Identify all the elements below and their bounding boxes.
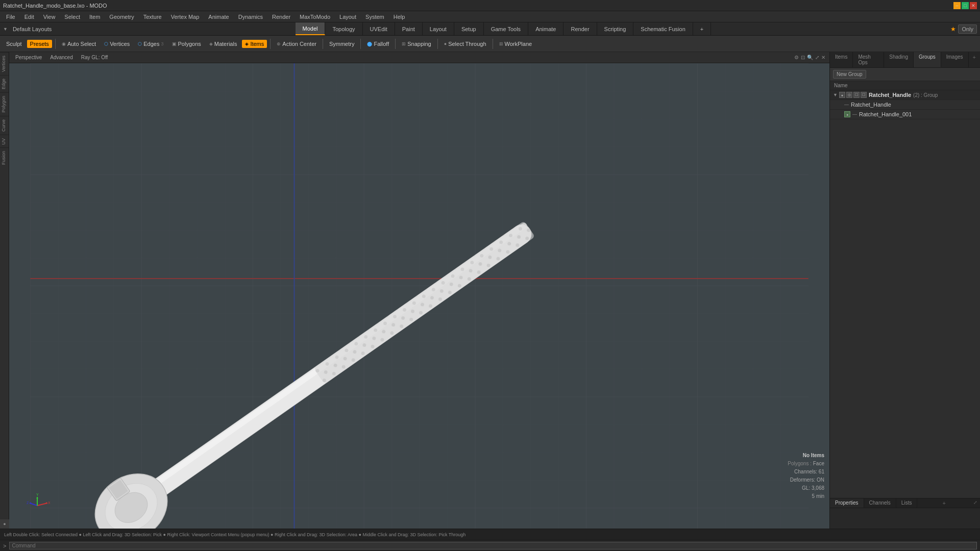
left-tab-fusion[interactable]: Fusion <box>0 147 9 168</box>
rtab-groups[interactable]: Groups <box>914 52 941 67</box>
tab-uvedit[interactable]: UVEdit <box>363 22 395 35</box>
vis-icon-4[interactable]: ☐ <box>861 92 867 98</box>
left-tab-uv[interactable]: UV <box>0 135 9 148</box>
snapping-button[interactable]: ⊞ Snapping <box>399 40 434 48</box>
menu-vertex-map[interactable]: Vertex Map <box>167 13 204 21</box>
minimize-button[interactable]: – <box>953 2 961 9</box>
rtab-mesh-ops[interactable]: Mesh Ops <box>853 52 884 67</box>
tab-topology[interactable]: Topology <box>325 22 362 35</box>
tree-item-group[interactable]: ▼ ● ◎ ☐ ☐ Ratchet_Handle (2) : Group <box>830 90 980 100</box>
left-tab-curve[interactable]: Curve <box>0 116 9 135</box>
btab-add-button[interactable]: + <box>938 498 949 508</box>
vis-icon-1[interactable]: ● <box>839 92 845 98</box>
viewport-close-icon[interactable]: ✕ <box>821 55 825 60</box>
command-bar: > <box>0 540 980 551</box>
tab-scripting[interactable]: Scripting <box>597 22 634 35</box>
tab-render[interactable]: Render <box>564 22 597 35</box>
menu-maxtomodo[interactable]: MaxToModo <box>296 13 334 21</box>
menu-geometry[interactable]: Geometry <box>105 13 138 21</box>
viewport-3d[interactable]: No Items Polygons : Face Channels: 61 De… <box>9 63 829 529</box>
sculpt-toolbar: Sculpt Presets ◉ Auto Select ⬡ Vertices … <box>0 36 980 52</box>
falloff-button[interactable]: ⬤ Falloff <box>364 40 392 48</box>
menu-item[interactable]: Item <box>85 13 104 21</box>
left-tab-polygon[interactable]: Polygon <box>0 92 9 116</box>
left-tab-vertices[interactable]: Vertices <box>0 52 9 75</box>
presets-button[interactable]: Presets <box>27 40 52 48</box>
polygons-label: Polygons <box>178 41 201 47</box>
auto-select-button[interactable]: ◉ Auto Select <box>59 40 99 48</box>
tab-paint[interactable]: Paint <box>395 22 423 35</box>
polygons-stat: Polygons : Face <box>788 460 824 468</box>
child-vis-icon[interactable]: ● <box>844 111 850 117</box>
tab-layout[interactable]: Layout <box>423 22 454 35</box>
polygons-button[interactable]: ▣ Polygons <box>169 40 204 48</box>
materials-button[interactable]: ◈ Materials <box>206 40 240 48</box>
new-group-button[interactable]: New Group <box>833 70 866 79</box>
toolbar-separator-3 <box>323 39 323 49</box>
viewport-perspective-btn[interactable]: Perspective <box>13 54 44 61</box>
viewport-advanced-btn[interactable]: Advanced <box>48 54 75 61</box>
tabs-right-controls: ★ Only <box>947 22 980 35</box>
tree-item-ratchet-handle[interactable]: — Ratchet_Handle <box>830 100 980 110</box>
tab-model[interactable]: Model <box>296 22 326 35</box>
tab-animate[interactable]: Animate <box>528 22 564 35</box>
menu-file[interactable]: File <box>2 13 19 21</box>
close-button[interactable]: ✕ <box>970 2 977 9</box>
only-button[interactable]: Only <box>958 24 977 34</box>
rtab-images[interactable]: Images <box>941 52 969 67</box>
menu-animate[interactable]: Animate <box>204 13 233 21</box>
symmetry-button[interactable]: Symmetry <box>326 40 358 48</box>
left-tab-edge[interactable]: Edge <box>0 75 9 92</box>
viewport[interactable]: Perspective Advanced Ray GL: Off ⚙ ⊡ 🔍 ⤢… <box>9 52 829 529</box>
viewport-settings-icon[interactable]: ⚙ <box>794 55 799 60</box>
menu-help[interactable]: Help <box>389 13 409 21</box>
edges-button[interactable]: ⬡ Edges 3 <box>135 40 166 48</box>
favorite-star-icon[interactable]: ★ <box>950 26 956 33</box>
maximize-button[interactable]: □ <box>962 2 969 9</box>
toolbar-separator-1 <box>55 39 56 49</box>
sculpt-button[interactable]: Sculpt <box>3 40 25 48</box>
btab-lists[interactable]: Lists <box>896 498 918 508</box>
items-button[interactable]: ◈ Items <box>242 40 267 48</box>
rtab-shading[interactable]: Shading <box>884 52 914 67</box>
app-title: Ratchet_Handle_modo_base.lxo - MODO <box>3 3 107 9</box>
tab-game-tools[interactable]: Game Tools <box>484 22 529 35</box>
child-label-2: Ratchet_Handle_001 <box>859 111 912 117</box>
menu-texture[interactable]: Texture <box>139 13 166 21</box>
tree-item-ratchet-handle-001[interactable]: ● — Ratchet_Handle_001 <box>830 110 980 119</box>
vis-icon-3[interactable]: ☐ <box>853 92 860 98</box>
child-arrow-icon-2: — <box>852 112 857 117</box>
viewport-ray-gl-btn[interactable]: Ray GL: Off <box>79 54 110 61</box>
menu-view[interactable]: View <box>39 13 60 21</box>
vis-icon-2[interactable]: ◎ <box>846 92 852 98</box>
btab-properties[interactable]: Properties <box>830 498 864 508</box>
menu-dynamics[interactable]: Dynamics <box>234 13 267 21</box>
viewport-fit-icon[interactable]: ⊡ <box>801 55 805 60</box>
viewport-expand-icon[interactable]: ⤢ <box>815 55 819 60</box>
rtab-add-button[interactable]: + <box>969 52 980 67</box>
gl-stat: GL: 3,068 <box>788 484 824 492</box>
child-arrow-icon-1: — <box>844 102 849 107</box>
layout-label[interactable]: Default Layouts <box>9 25 56 33</box>
menu-select[interactable]: Select <box>60 13 84 21</box>
menu-render[interactable]: Render <box>268 13 295 21</box>
rtab-items[interactable]: Items <box>830 52 853 67</box>
menu-layout[interactable]: Layout <box>335 13 360 21</box>
select-through-button[interactable]: ● Select Through <box>441 40 489 48</box>
left-panel: Vertices Edge Polygon Curve UV Fusion ● <box>0 52 9 529</box>
child-label-1: Ratchet_Handle <box>851 102 891 108</box>
workplane-button[interactable]: ⊞ WorkPlane <box>496 40 535 48</box>
menu-system[interactable]: System <box>361 13 388 21</box>
btab-channels[interactable]: Channels <box>864 498 896 508</box>
menu-edit[interactable]: Edit <box>20 13 38 21</box>
top-tabs-bar: ▼ Default Layouts Model Topology UVEdit … <box>0 22 980 36</box>
command-input[interactable] <box>9 542 977 549</box>
action-center-button[interactable]: ⊕ Action Center <box>274 40 320 48</box>
tab-setup[interactable]: Setup <box>454 22 484 35</box>
bottom-expand-icon[interactable]: ⤢ <box>972 499 979 507</box>
left-panel-bottom-button[interactable]: ● <box>0 519 9 529</box>
tab-add[interactable]: + <box>693 22 711 35</box>
viewport-zoom-icon[interactable]: 🔍 <box>807 55 813 60</box>
vertices-button[interactable]: ⬡ Vertices <box>101 40 133 48</box>
tab-schematic-fusion[interactable]: Schematic Fusion <box>633 22 693 35</box>
